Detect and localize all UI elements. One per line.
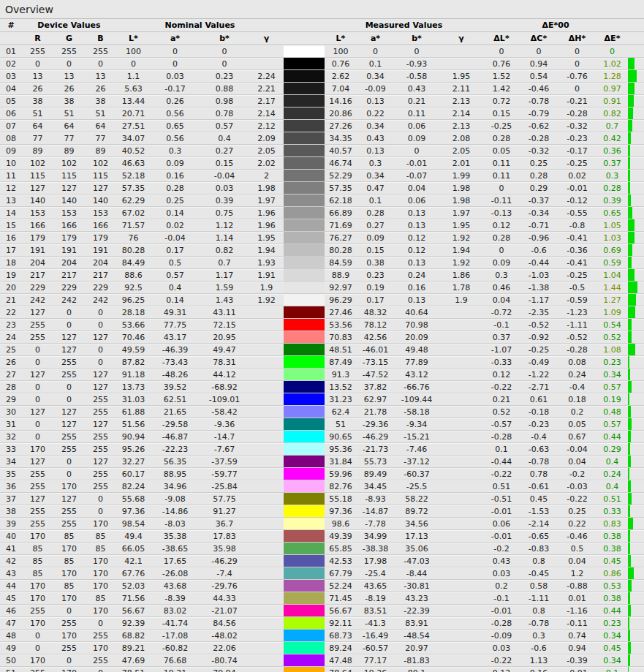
cell-nominal-a: 0.14 xyxy=(151,207,200,219)
delta-e-bar-cell xyxy=(628,555,644,567)
cell-device-g: 255 xyxy=(53,45,85,57)
delta-e-bar-cell xyxy=(628,83,644,94)
cell-device-b: 170 xyxy=(85,605,116,616)
cell-measured-a: -41.3 xyxy=(357,617,394,629)
cell-nominal-b: 0 xyxy=(200,58,249,69)
cell-device-b: 255 xyxy=(85,393,116,405)
cell-measured-gamma xyxy=(439,592,483,604)
cell-measured-l: 48.51 xyxy=(325,344,357,355)
table-row: 290025531.0362.51-109.0131.2362.97-109.4… xyxy=(0,393,644,406)
cell-nominal-gamma: 1.96 xyxy=(249,207,284,219)
cell-index: 35 xyxy=(0,468,22,480)
cell-measured-gamma xyxy=(439,543,483,554)
cell-delta-e: 0.23 xyxy=(596,356,628,368)
cell-measured-a: 0.1 xyxy=(357,195,394,206)
cell-delta-l: -0.25 xyxy=(483,120,520,132)
color-patch xyxy=(284,132,325,144)
table-row: 0125525525510000100000000 xyxy=(0,45,644,58)
cell-delta-h: -0.46 xyxy=(558,530,596,542)
cell-index: 36 xyxy=(0,480,22,492)
cell-measured-a: 62.97 xyxy=(357,393,394,405)
cell-device-g: 242 xyxy=(53,294,85,306)
cell-measured-l: 96.29 xyxy=(325,294,357,306)
cell-index: 17 xyxy=(0,244,22,256)
cell-delta-h: 0.04 xyxy=(558,456,596,467)
cell-delta-h: -1.11 xyxy=(558,319,596,331)
delta-e-bar-cell xyxy=(628,543,644,554)
cell-index: 32 xyxy=(0,431,22,442)
delta-e-bar-cell xyxy=(628,232,644,243)
cell-device-b: 127 xyxy=(85,182,116,194)
cell-nominal-l: 98.54 xyxy=(116,518,151,529)
cell-device-r: 0 xyxy=(22,393,53,405)
cell-nominal-a: 0.26 xyxy=(151,95,200,107)
cell-index: 15 xyxy=(0,219,22,231)
cell-delta-h: 0.94 xyxy=(558,642,596,654)
cell-device-b: 166 xyxy=(85,219,116,231)
cell-measured-a: 17.98 xyxy=(357,555,394,567)
cell-measured-a: -8.19 xyxy=(357,592,394,604)
cell-nominal-l: 87.82 xyxy=(116,356,151,368)
cell-measured-l: 51 xyxy=(325,418,357,430)
cell-nominal-gamma xyxy=(249,468,284,480)
cell-index: 49 xyxy=(0,642,22,654)
cell-nominal-l: 78.51 xyxy=(116,667,151,672)
patch-swatch xyxy=(284,630,325,641)
cell-measured-b: -58.18 xyxy=(394,406,439,418)
subheader-delta-c: ΔC* xyxy=(520,34,558,43)
cell-index: 06 xyxy=(0,107,22,119)
patch-swatch xyxy=(284,182,325,194)
patch-swatch xyxy=(284,344,325,355)
cell-measured-l: 27.46 xyxy=(325,306,357,318)
patch-swatch xyxy=(284,518,325,529)
cell-measured-gamma: 1.98 xyxy=(439,182,483,194)
cell-delta-l: 0.03 xyxy=(483,567,520,579)
table-row: 020000000.760.1-0.930.760.9401.02 xyxy=(0,58,644,70)
cell-delta-e: 0.45 xyxy=(596,642,628,654)
cell-nominal-gamma: 2.02 xyxy=(249,157,284,169)
cell-measured-a: 0.28 xyxy=(357,207,394,219)
cell-nominal-gamma: 2.21 xyxy=(249,83,284,94)
cell-delta-e: 0.97 xyxy=(596,83,628,94)
cell-delta-h: -0.22 xyxy=(558,493,596,505)
cell-measured-l: 80.28 xyxy=(325,244,357,256)
cell-nominal-l: 70.46 xyxy=(116,331,151,343)
cell-measured-l: 88.9 xyxy=(325,269,357,281)
cell-nominal-a: 0.02 xyxy=(151,219,200,231)
subheader-nominal-gamma: γ xyxy=(249,34,284,43)
cell-device-r: 85 xyxy=(22,555,53,567)
delta-e-bar-cell xyxy=(628,306,644,318)
cell-nominal-l: 52.03 xyxy=(116,580,151,592)
cell-delta-l: 0.72 xyxy=(483,95,520,107)
cell-measured-gamma xyxy=(439,369,483,380)
cell-device-b: 85 xyxy=(85,530,116,542)
color-patch xyxy=(284,567,325,579)
cell-delta-c: -1.22 xyxy=(520,369,558,380)
delta-e-bar-cell xyxy=(628,468,644,480)
cell-device-g: 127 xyxy=(53,418,85,430)
cell-index: 20 xyxy=(0,282,22,293)
cell-delta-c: -0.96 xyxy=(520,232,558,243)
cell-device-g: 179 xyxy=(53,232,85,243)
table-row: 1314014014062.290.250.391.9762.180.10.06… xyxy=(0,195,644,207)
cell-delta-h: -0.12 xyxy=(558,195,596,206)
table-row: 0538383813.440.260.982.1714.160.130.212.… xyxy=(0,95,644,107)
cell-device-b: 85 xyxy=(85,592,116,604)
color-patch xyxy=(284,381,325,393)
cell-device-r: 255 xyxy=(22,518,53,529)
color-patch xyxy=(284,70,325,82)
cell-nominal-b: 36.7 xyxy=(200,518,249,529)
cell-nominal-gamma xyxy=(249,319,284,331)
cell-delta-l: -0.1 xyxy=(483,319,520,331)
cell-index: 47 xyxy=(0,617,22,629)
cell-nominal-b: 84.56 xyxy=(200,617,249,629)
table-row: 451701708571.56-8.3944.3371.45-8.1943.23… xyxy=(0,592,644,605)
cell-delta-e: 1.04 xyxy=(596,269,628,281)
cell-device-r: 153 xyxy=(22,207,53,219)
patch-swatch xyxy=(284,145,325,156)
cell-index: 45 xyxy=(0,592,22,604)
cell-device-g: 166 xyxy=(53,219,85,231)
color-patch xyxy=(284,667,325,672)
cell-device-g: 115 xyxy=(53,170,85,181)
delta-e-magnitude-bar xyxy=(628,654,630,666)
